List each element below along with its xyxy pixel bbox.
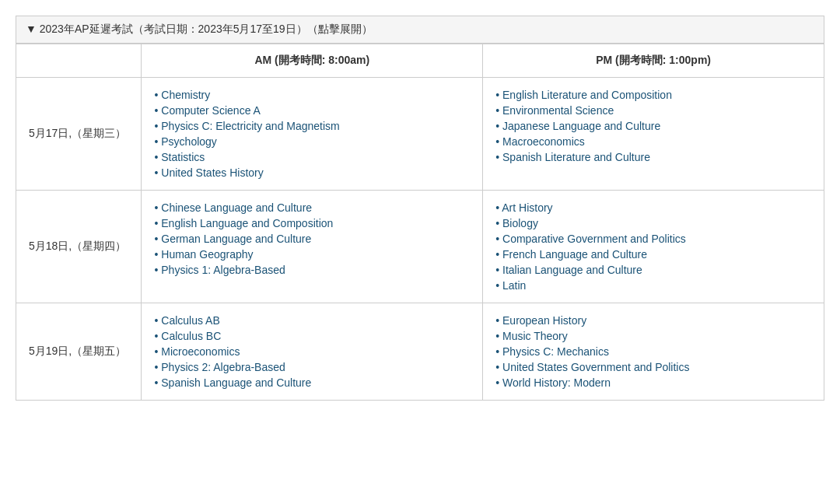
list-item: Macroeconomics xyxy=(495,134,811,149)
list-item: World History: Modern xyxy=(495,375,811,390)
list-item: Statistics xyxy=(154,149,470,165)
list-item: Physics C: Mechanics xyxy=(495,344,811,359)
list-item: Spanish Literature and Culture xyxy=(495,149,811,165)
pm-header: PM (開考時間: 1:00pm) xyxy=(483,44,824,78)
list-item: Italian Language and Culture xyxy=(495,262,811,278)
am-cell-0: ChemistryComputer Science APhysics C: El… xyxy=(142,78,483,191)
list-item: Calculus AB xyxy=(154,313,470,328)
list-item: Computer Science A xyxy=(154,103,470,118)
empty-header xyxy=(16,44,142,78)
list-item: Psychology xyxy=(154,134,470,149)
list-item: Microeconomics xyxy=(154,344,470,359)
list-item: Comparative Government and Politics xyxy=(495,231,811,247)
list-item: Chemistry xyxy=(154,87,470,103)
list-item: German Language and Culture xyxy=(154,231,470,247)
list-item: United States History xyxy=(154,165,470,180)
date-cell-0: 5月17日,（星期三） xyxy=(16,78,142,191)
list-item: Environmental Science xyxy=(495,103,811,118)
list-item: Physics 1: Algebra-Based xyxy=(154,262,470,278)
list-item: European History xyxy=(495,313,811,328)
date-cell-1: 5月18日,（星期四） xyxy=(16,191,142,303)
list-item: English Literature and Composition xyxy=(495,87,811,103)
list-item: Chinese Language and Culture xyxy=(154,200,470,215)
section-title: ▼ 2023年AP延遲考試（考試日期：2023年5月17至19日）（點擊展開） xyxy=(26,23,373,37)
list-item: Art History xyxy=(495,200,811,215)
am-header: AM (開考時間: 8:00am) xyxy=(142,44,483,78)
schedule-table: AM (開考時間: 8:00am) PM (開考時間: 1:00pm) 5月17… xyxy=(16,44,824,401)
list-item: Calculus BC xyxy=(154,328,470,344)
list-item: Human Geography xyxy=(154,247,470,262)
list-item: Biology xyxy=(495,215,811,231)
list-item: Physics C: Electricity and Magnetism xyxy=(154,118,470,134)
am-cell-2: Calculus ABCalculus BCMicroeconomicsPhys… xyxy=(142,303,483,401)
list-item: Japanese Language and Culture xyxy=(495,118,811,134)
pm-cell-0: English Literature and CompositionEnviro… xyxy=(483,78,824,191)
list-item: French Language and Culture xyxy=(495,247,811,262)
list-item: Physics 2: Algebra-Based xyxy=(154,359,470,375)
section-header[interactable]: ▼ 2023年AP延遲考試（考試日期：2023年5月17至19日）（點擊展開） xyxy=(16,16,824,44)
pm-cell-2: European HistoryMusic TheoryPhysics C: M… xyxy=(483,303,824,401)
list-item: Music Theory xyxy=(495,328,811,344)
pm-cell-1: Art HistoryBiologyComparative Government… xyxy=(483,191,824,303)
list-item: Spanish Language and Culture xyxy=(154,375,470,390)
list-item: Latin xyxy=(495,278,811,293)
am-cell-1: Chinese Language and CultureEnglish Lang… xyxy=(142,191,483,303)
list-item: United States Government and Politics xyxy=(495,359,811,375)
date-cell-2: 5月19日,（星期五） xyxy=(16,303,142,401)
list-item: English Language and Composition xyxy=(154,215,470,231)
